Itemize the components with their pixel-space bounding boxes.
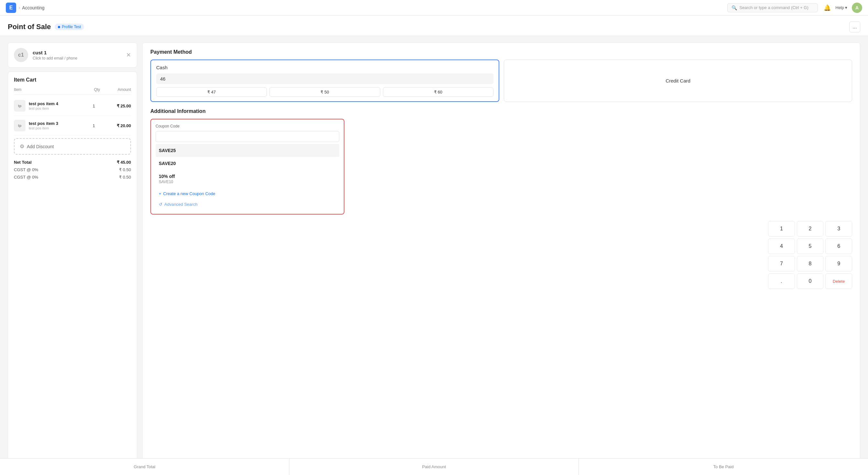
grand-total-section: Grand Total — [0, 458, 289, 472]
customer-card: c1 cust 1 Click to add email / phone ✕ — [8, 42, 137, 68]
cart-item-info: test pos item 3 test pos item — [29, 121, 83, 130]
grand-total-label: Grand Total — [134, 464, 156, 469]
badge-dot — [58, 26, 60, 28]
coupon-option-save25[interactable]: SAVE25 — [156, 144, 339, 157]
cgst-value: ₹ 0.50 — [119, 167, 131, 172]
sgst-value: ₹ 0.50 — [119, 175, 131, 180]
add-discount-label: Add Discount — [27, 144, 54, 149]
cart-item-amount: ₹ 25.00 — [105, 103, 131, 109]
table-row[interactable]: tp test pos item 4 test pos item 1 ₹ 25.… — [14, 96, 131, 116]
left-panel: c1 cust 1 Click to add email / phone ✕ I… — [8, 42, 137, 466]
cart-item-avatar: tp — [14, 120, 26, 131]
numpad-btn-5[interactable]: 5 — [797, 238, 824, 254]
create-new-coupon-label: Create a new Coupon Code — [163, 191, 215, 196]
refresh-icon: ↺ — [159, 202, 162, 207]
additional-info-section: Additional Information Coupon Code SAVE2… — [150, 109, 852, 214]
help-label: Help — [835, 5, 844, 10]
quick-amount-50[interactable]: ₹ 50 — [269, 87, 380, 97]
cash-payment-card[interactable]: Cash 46 ₹ 47 ₹ 50 ₹ 60 — [150, 60, 499, 102]
payment-section-title: Payment Method — [150, 49, 852, 55]
sgst-label: CGST @ 0% — [14, 175, 38, 180]
plus-icon: + — [159, 191, 161, 196]
customer-name: cust 1 — [33, 50, 122, 55]
to-be-paid-label: To Be Paid — [713, 464, 734, 469]
discount-icon: ⚙ — [20, 143, 24, 149]
credit-card-label: Credit Card — [665, 78, 690, 84]
coupon-option-name: 10% off — [159, 174, 336, 179]
item-cart: Item Cart Item Qty Amount tp test pos it… — [8, 71, 137, 466]
payment-methods: Cash 46 ₹ 47 ₹ 50 ₹ 60 Credit Card — [150, 60, 852, 102]
help-chevron-icon: ▾ — [845, 5, 847, 10]
quick-amount-47[interactable]: ₹ 47 — [156, 87, 267, 97]
numpad: 123456789.0Delete — [768, 221, 852, 289]
breadcrumb-chevron: › — [19, 5, 20, 10]
badge-label: Profile Test — [62, 25, 81, 29]
numpad-btn-1[interactable]: 1 — [768, 221, 795, 237]
numpad-btn-9[interactable]: 9 — [825, 256, 852, 271]
coupon-container: Coupon Code SAVE25 SAVE20 10% off SAVE10 — [150, 119, 344, 214]
cart-col-qty: Qty — [89, 87, 105, 92]
bottom-bar: Grand Total Paid Amount To Be Paid — [0, 458, 868, 472]
cart-item-sub: test pos item — [29, 126, 83, 130]
coupon-option-name: SAVE20 — [159, 161, 336, 166]
page-header: Point of Sale Profile Test ... — [0, 16, 868, 36]
main-content: c1 cust 1 Click to add email / phone ✕ I… — [0, 36, 868, 472]
numpad-btn-0[interactable]: 0 — [797, 273, 824, 289]
cart-header: Item Qty Amount — [14, 87, 131, 95]
coupon-option-save20[interactable]: SAVE20 — [156, 157, 339, 170]
to-be-paid-section: To Be Paid — [579, 458, 868, 472]
right-panel: Payment Method Cash 46 ₹ 47 ₹ 50 ₹ 60 Cr… — [142, 42, 860, 466]
cart-col-amount: Amount — [105, 87, 131, 92]
customer-sub[interactable]: Click to add email / phone — [33, 56, 122, 60]
quick-amount-60[interactable]: ₹ 60 — [383, 87, 494, 97]
cart-item-amount: ₹ 20.00 — [105, 123, 131, 128]
paid-amount-label: Paid Amount — [422, 464, 446, 469]
advanced-search-label: Advanced Search — [164, 202, 197, 207]
cart-item-qty: 1 — [86, 103, 102, 109]
net-total-row: Net Total ₹ 45.00 — [14, 158, 131, 166]
numpad-btn-4[interactable]: 4 — [768, 238, 795, 254]
help-menu[interactable]: Help ▾ — [835, 5, 847, 10]
global-search[interactable]: 🔍 Search or type a command (Ctrl + G) — [727, 3, 818, 12]
topnav-actions: 🔔 Help ▾ A — [824, 3, 862, 13]
notification-bell-icon[interactable]: 🔔 — [824, 4, 831, 11]
table-row[interactable]: tp test pos item 3 test pos item 1 ₹ 20.… — [14, 116, 131, 136]
numpad-btn-8[interactable]: 8 — [797, 256, 824, 271]
numpad-btn-3[interactable]: 3 — [825, 221, 852, 237]
coupon-option-10off[interactable]: 10% off SAVE10 — [156, 170, 339, 188]
cart-col-item: Item — [14, 87, 89, 92]
customer-info: cust 1 Click to add email / phone — [33, 50, 122, 60]
add-discount-button[interactable]: ⚙ Add Discount — [14, 138, 131, 155]
cgst-row: CGST @ 0% ₹ 0.50 — [14, 166, 131, 173]
page-title: Point of Sale — [8, 23, 51, 31]
numpad-btn-delete[interactable]: Delete — [825, 273, 852, 289]
cash-label: Cash — [156, 65, 494, 70]
cash-amount-display: 46 — [156, 73, 494, 84]
user-avatar[interactable]: A — [852, 3, 862, 13]
credit-card-payment-card[interactable]: Credit Card — [504, 60, 852, 102]
numpad-btn-6[interactable]: 6 — [825, 238, 852, 254]
search-icon: 🔍 — [732, 5, 737, 10]
coupon-input[interactable] — [156, 131, 339, 142]
app-logo: E — [6, 3, 16, 13]
cash-quick-amounts: ₹ 47 ₹ 50 ₹ 60 — [156, 87, 494, 97]
coupon-dropdown: SAVE25 SAVE20 10% off SAVE10 + Create a … — [156, 144, 339, 209]
net-total-value: ₹ 45.00 — [117, 160, 131, 165]
coupon-option-sub: SAVE10 — [159, 180, 336, 184]
paid-amount-section: Paid Amount — [289, 458, 579, 472]
advanced-search-link[interactable]: ↺ Advanced Search — [156, 199, 339, 209]
more-options-button[interactable]: ... — [849, 21, 860, 32]
sgst-row: CGST @ 0% ₹ 0.50 — [14, 173, 131, 181]
topnav: E › Accounting 🔍 Search or type a comman… — [0, 0, 868, 16]
net-total-label: Net Total — [14, 160, 32, 165]
profile-badge[interactable]: Profile Test — [55, 24, 84, 30]
numpad-btn-2[interactable]: 2 — [797, 221, 824, 237]
create-new-coupon-button[interactable]: + Create a new Coupon Code — [156, 188, 339, 199]
customer-avatar: c1 — [14, 48, 28, 62]
payment-method-section: Payment Method Cash 46 ₹ 47 ₹ 50 ₹ 60 Cr… — [150, 49, 852, 102]
cart-item-name: test pos item 4 — [29, 101, 83, 106]
numpad-btn-7[interactable]: 7 — [768, 256, 795, 271]
numpad-btn-.[interactable]: . — [768, 273, 795, 289]
cart-item-name: test pos item 3 — [29, 121, 83, 126]
customer-close-icon[interactable]: ✕ — [126, 52, 131, 59]
